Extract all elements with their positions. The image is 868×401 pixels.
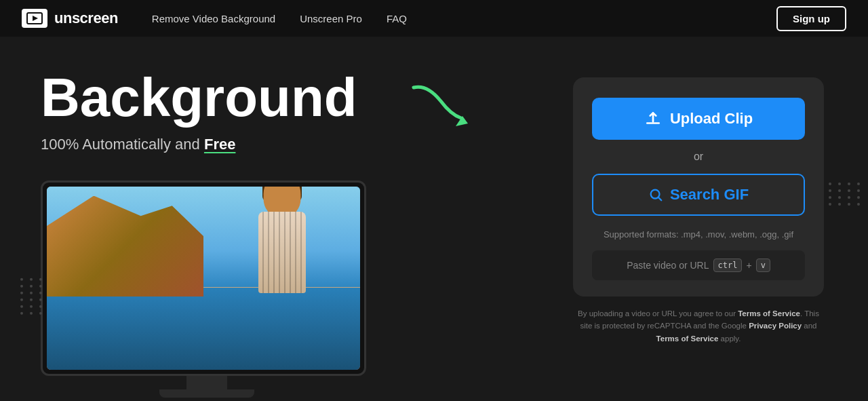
footer-privacy-link[interactable]: Privacy Policy	[749, 322, 802, 330]
ctrl-key: ctrl	[713, 259, 743, 272]
search-gif-label: Search GIF	[670, 186, 749, 204]
monitor-stand-base	[159, 389, 254, 398]
search-gif-button[interactable]: Search GIF	[592, 174, 805, 216]
monitor-stand-neck	[186, 376, 227, 389]
logo-text: unscreen	[54, 9, 118, 27]
v-key: v	[756, 259, 770, 272]
footer-apply: apply.	[718, 335, 741, 343]
hero-subtitle: 100% Automatically and Free	[41, 136, 556, 153]
footer-and: and	[802, 322, 816, 330]
footer-plain: By uploading a video or URL you agree to…	[578, 309, 738, 318]
upload-clip-button[interactable]: Upload Clip	[592, 98, 805, 140]
signup-button[interactable]: Sign up	[776, 6, 846, 31]
arrow-icon	[407, 77, 475, 132]
search-icon	[648, 187, 663, 202]
arrow-area	[407, 77, 475, 134]
hero-title: Background	[41, 71, 556, 125]
supported-formats: Supported formats: .mp4, .mov, .webm, .o…	[604, 229, 793, 240]
nav-unscreen-pro[interactable]: Unscreen Pro	[300, 13, 362, 24]
logo-icon	[22, 9, 47, 28]
subtitle-plain: 100% Automatically and	[41, 136, 204, 153]
upload-icon	[644, 110, 662, 128]
right-section: Upload Clip or Search GIF Supported form…	[556, 64, 827, 401]
nav-remove-video-bg[interactable]: Remove Video Background	[152, 13, 275, 24]
upload-clip-label: Upload Clip	[670, 110, 753, 128]
nav-faq[interactable]: FAQ	[387, 13, 407, 24]
plus-symbol: +	[746, 260, 751, 271]
logo[interactable]: unscreen	[22, 9, 118, 28]
dots-right	[829, 183, 863, 206]
person-body-stripes	[258, 212, 306, 293]
person-figure	[241, 187, 323, 315]
or-label: or	[694, 151, 703, 163]
subtitle-free: Free	[204, 136, 235, 153]
person-body	[258, 212, 306, 293]
navbar: unscreen Remove Video Background Unscree…	[0, 0, 868, 37]
monitor-wrapper	[41, 180, 373, 398]
paste-area: Paste video or URL ctrl + v	[592, 250, 805, 280]
footer-note: By uploading a video or URL you agree to…	[573, 307, 824, 345]
monitor-screen	[47, 187, 360, 370]
paste-label: Paste video or URL	[627, 260, 709, 271]
svg-marker-1	[33, 16, 38, 21]
monitor-frame	[41, 180, 366, 376]
upload-panel: Upload Clip or Search GIF Supported form…	[573, 77, 824, 297]
left-section: Background 100% Automatically and Free	[41, 64, 556, 401]
footer-tos2-link[interactable]: Terms of Service	[656, 335, 719, 343]
nav-links: Remove Video Background Unscreen Pro FAQ	[152, 13, 749, 24]
main-content: Background 100% Automatically and Free	[0, 37, 868, 401]
footer-tos1-link[interactable]: Terms of Service	[738, 309, 800, 318]
